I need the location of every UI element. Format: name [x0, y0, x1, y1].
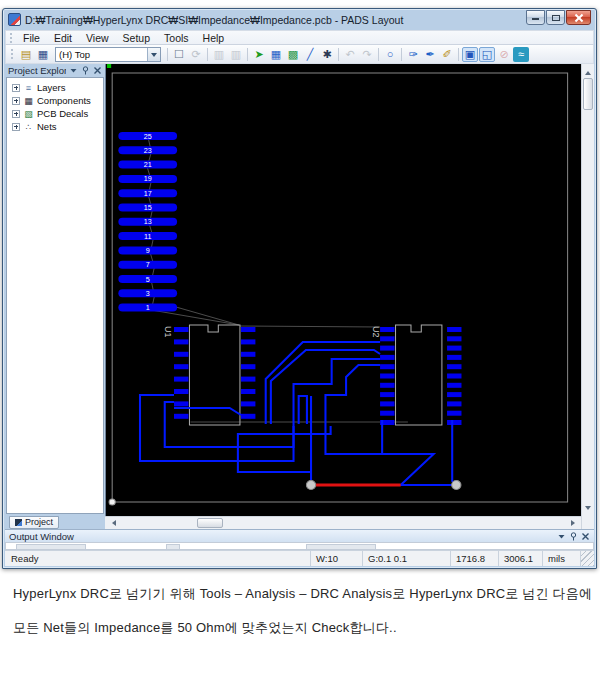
ic-pad — [380, 364, 394, 369]
pcb-canvas-svg[interactable]: 252321191715131197531U1U2 — [106, 64, 581, 516]
pads-layout-window: D:₩Training₩HyperLynx DRC₩SI₩Impedance₩I… — [2, 8, 597, 569]
tab-project[interactable]: Project — [9, 516, 59, 529]
tree-item-components[interactable]: ▦Components — [7, 94, 103, 107]
save-icon[interactable]: ▦ — [35, 47, 51, 62]
close-button[interactable] — [566, 10, 591, 25]
minimize-icon — [532, 18, 539, 20]
refresh-icon[interactable]: ⟳ — [188, 47, 204, 62]
ic-pad — [380, 411, 394, 416]
tree-item-nets[interactable]: ∴Nets — [7, 120, 103, 133]
maximize-button[interactable] — [546, 10, 565, 25]
expand-icon[interactable] — [12, 123, 20, 131]
pin-icon[interactable] — [569, 532, 578, 541]
ic-pad — [447, 374, 461, 379]
vertical-scroll-thumb[interactable] — [583, 78, 593, 110]
ic-pad — [241, 339, 255, 344]
arrow-up-icon — [585, 68, 591, 75]
image-icon[interactable]: ▩ — [285, 47, 301, 62]
via — [452, 481, 461, 490]
title-bar[interactable]: D:₩Training₩HyperLynx DRC₩SI₩Impedance₩I… — [5, 9, 594, 30]
probe-icon[interactable]: ⊘ — [496, 47, 512, 62]
route-tool-icon[interactable]: ✑ — [405, 47, 421, 62]
refdes-u1: U1 — [163, 326, 173, 337]
ic-pad — [380, 346, 394, 351]
layers-icon: ≡ — [23, 83, 34, 93]
redo-icon[interactable]: ↷ — [359, 47, 375, 62]
minimize-button[interactable] — [526, 10, 545, 25]
ic-pad — [241, 401, 255, 406]
layer-combo-dropdown-button[interactable] — [147, 48, 160, 61]
board-icon[interactable]: ▥ — [211, 47, 227, 62]
scroll-up-button[interactable] — [583, 65, 593, 77]
ic-pad — [174, 401, 188, 406]
ic-pad — [174, 414, 188, 419]
tree-item-label: Layers — [37, 82, 66, 93]
pin-number-label: 13 — [144, 218, 152, 226]
close-panel-icon[interactable] — [581, 532, 590, 541]
expand-icon[interactable] — [12, 84, 20, 92]
panel-menu-icon[interactable] — [557, 532, 566, 541]
brush-tool-icon[interactable]: ✐ — [439, 47, 455, 62]
resize-grip[interactable] — [580, 551, 594, 566]
origin-marker — [107, 64, 111, 68]
layer-combo-value: (H) Top — [59, 49, 90, 60]
tree-item-layers[interactable]: ≡Layers — [7, 81, 103, 94]
toolbar-grip — [10, 33, 13, 43]
select-window-icon[interactable]: ▣ — [462, 47, 478, 62]
ic-pad — [447, 364, 461, 369]
open-icon[interactable]: ▤ — [18, 47, 34, 62]
pin-icon[interactable] — [81, 66, 90, 75]
toolbar-separator — [338, 48, 339, 61]
menu-edit[interactable]: Edit — [47, 32, 79, 44]
menu-tools[interactable]: Tools — [157, 32, 196, 44]
measure-icon[interactable]: ╱ — [302, 47, 318, 62]
ic-pad — [174, 389, 188, 394]
layer-combo[interactable]: (H) Top — [55, 47, 161, 62]
properties-icon[interactable]: ☐ — [171, 47, 187, 62]
via — [306, 481, 315, 490]
menu-view[interactable]: View — [79, 32, 116, 44]
grid-icon[interactable]: ▦ — [268, 47, 284, 62]
scroll-down-button[interactable] — [583, 503, 593, 515]
panel-menu-icon[interactable] — [69, 66, 78, 75]
close-panel-icon[interactable] — [93, 66, 102, 75]
toolbar-separator — [458, 48, 459, 61]
menu-setup[interactable]: Setup — [116, 32, 157, 44]
toolbar-separator — [378, 48, 379, 61]
vertical-scrollbar[interactable] — [581, 64, 594, 529]
units-cell: mils — [542, 551, 580, 566]
caption-line-1: HyperLynx DRC로 넘기기 위해 Tools – Analysis –… — [13, 585, 592, 603]
status-bar: Ready W:10 G:0.1 0.1 1716.8 3006.1 mils — [5, 550, 594, 566]
board-corner-marker — [109, 499, 115, 505]
drc-icon[interactable]: ✱ — [319, 47, 335, 62]
toolbar-separator — [247, 48, 248, 61]
menu-help[interactable]: Help — [196, 32, 232, 44]
output-window-content — [5, 542, 594, 550]
horizontal-scroll-thumb[interactable] — [197, 518, 223, 528]
horizontal-scrollbar[interactable] — [105, 516, 581, 529]
design-canvas[interactable]: 252321191715131197531U1U2 — [105, 64, 581, 516]
expand-icon[interactable] — [12, 97, 20, 105]
toolbar-separator — [401, 48, 402, 61]
eco-icon[interactable]: ➤ — [251, 47, 267, 62]
app-icon — [8, 13, 21, 26]
signal-trace — [452, 420, 456, 485]
status-ready: Ready — [5, 551, 310, 566]
ic-pad — [174, 352, 188, 357]
tree-item-pcb-decals[interactable]: ▧PCB Decals — [7, 107, 103, 120]
expand-icon[interactable] — [12, 110, 20, 118]
zoom-icon[interactable]: ○ — [382, 47, 398, 62]
scroll-left-button[interactable] — [106, 518, 118, 528]
width-cell: W:10 — [310, 551, 362, 566]
board-copy-icon[interactable]: ▥ — [228, 47, 244, 62]
ic-pad — [174, 377, 188, 382]
ic-pad — [447, 420, 461, 425]
scroll-right-button[interactable] — [568, 518, 580, 528]
link-icon[interactable]: ≈ — [513, 47, 529, 62]
route-window-icon[interactable]: ◱ — [479, 47, 495, 62]
ic-pad — [380, 392, 394, 397]
components-icon: ▦ — [23, 96, 34, 106]
undo-icon[interactable]: ↶ — [342, 47, 358, 62]
plow-tool-icon[interactable]: ✒ — [422, 47, 438, 62]
menu-file[interactable]: File — [16, 32, 47, 44]
